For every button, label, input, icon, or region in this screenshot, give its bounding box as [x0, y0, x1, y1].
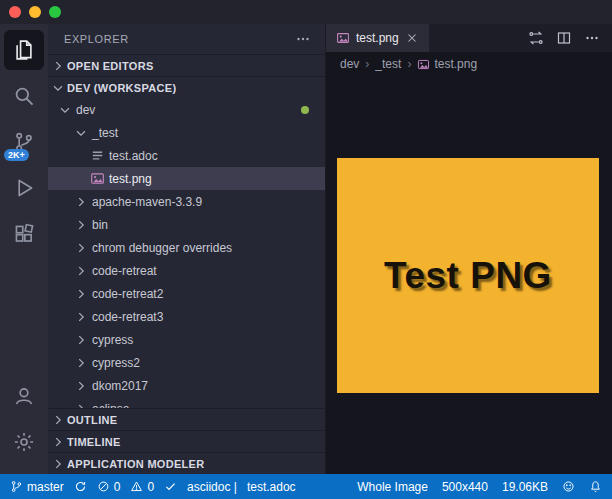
status-git-branch[interactable]: master: [10, 480, 64, 494]
tree-item-label: chrom debugger overrides: [92, 241, 232, 255]
chev-right-icon: [74, 356, 88, 370]
panel-timeline[interactable]: TIMELINE: [48, 430, 325, 452]
activity-source-control[interactable]: 2K+: [4, 122, 44, 162]
tree-item-label: code-retreat2: [92, 287, 163, 301]
breadcrumb-label: _test: [375, 57, 401, 71]
search-icon: [13, 85, 35, 107]
status-language-mode[interactable]: asciidoc |: [187, 480, 237, 494]
status-label: asciidoc |: [187, 480, 237, 494]
file-row[interactable]: test.adoc: [48, 144, 325, 167]
chev-right-icon: [74, 333, 88, 347]
section-workspace[interactable]: DEV (WORKSPACE): [48, 76, 325, 98]
sync-icon: [74, 480, 87, 493]
folder-row[interactable]: dev: [48, 98, 325, 121]
status-notifications[interactable]: [589, 480, 602, 493]
image-icon: [417, 58, 430, 71]
folder-row[interactable]: _test: [48, 121, 325, 144]
folder-row[interactable]: bin: [48, 213, 325, 236]
folder-row[interactable]: code-retreat3: [48, 305, 325, 328]
chev-right-icon: [74, 287, 88, 301]
folder-row[interactable]: code-retreat2: [48, 282, 325, 305]
minimize-window-button[interactable]: [29, 6, 41, 18]
breadcrumb-label: test.png: [434, 57, 477, 71]
status-image-dimensions[interactable]: 500x440: [442, 480, 488, 494]
tab-test-png[interactable]: test.png: [326, 24, 429, 52]
status-label: 19.06KB: [502, 480, 548, 494]
status-errors[interactable]: 0: [97, 480, 121, 494]
status-label: master: [27, 480, 64, 494]
tab-bar: test.png: [326, 24, 612, 52]
close-tab-icon[interactable]: [405, 31, 419, 45]
activity-search[interactable]: [4, 76, 44, 116]
status-label: Whole Image: [357, 480, 428, 494]
section-label: OPEN EDITORS: [67, 60, 154, 72]
more-actions-icon[interactable]: [584, 30, 600, 46]
folder-row[interactable]: chrom debugger overrides: [48, 236, 325, 259]
breadcrumb-separator: ›: [365, 57, 369, 71]
chev-right-icon: [74, 310, 88, 324]
folder-row[interactable]: cypress2: [48, 351, 325, 374]
open-changes-icon[interactable]: [528, 30, 544, 46]
tree-item-label: dkom2017: [92, 379, 148, 393]
status-left: master00asciidoc |test.adoc: [10, 480, 296, 494]
chev-right-icon: [51, 435, 65, 449]
activity-bar: 2K+: [0, 24, 48, 474]
editor-area: test.png dev›_test›test.png Test PNG: [326, 24, 612, 474]
tree-item-label: code-retreat3: [92, 310, 163, 324]
extensions-icon: [13, 223, 35, 245]
folder-row[interactable]: eclipse: [48, 397, 325, 408]
sidebar-title: EXPLORER: [64, 33, 129, 45]
breadcrumb: dev›_test›test.png: [326, 52, 612, 76]
activity-settings[interactable]: [4, 422, 44, 462]
tree-item-label: test.png: [109, 172, 152, 186]
folder-row[interactable]: cypress: [48, 328, 325, 351]
breadcrumb-separator: ›: [407, 57, 411, 71]
chev-right-icon: [74, 379, 88, 393]
preview-text: Test PNG: [384, 255, 552, 297]
close-window-button[interactable]: [9, 6, 21, 18]
status-active-file[interactable]: test.adoc: [247, 480, 296, 494]
breadcrumb-item[interactable]: test.png: [417, 57, 477, 71]
status-image-size[interactable]: 19.06KB: [502, 480, 548, 494]
chev-right-icon: [51, 457, 65, 471]
status-label: 0: [114, 480, 121, 494]
files-icon: [13, 39, 35, 61]
maximize-window-button[interactable]: [49, 6, 61, 18]
section-label: DEV (WORKSPACE): [67, 82, 176, 94]
split-editor-icon[interactable]: [556, 30, 572, 46]
activity-extensions[interactable]: [4, 214, 44, 254]
status-feedback[interactable]: [562, 480, 575, 493]
status-warnings[interactable]: 0: [130, 480, 154, 494]
chev-right-icon: [74, 241, 88, 255]
activity-account[interactable]: [4, 376, 44, 416]
vscode-window: 2K+ EXPLORER OPEN EDITORS DEV (WORKSPACE…: [0, 0, 612, 499]
tree-item-label: dev: [76, 103, 95, 117]
modified-dot: [301, 106, 309, 114]
status-right: Whole Image500x44019.06KB: [357, 480, 602, 494]
activity-run-debug[interactable]: [4, 168, 44, 208]
status-label: 500x440: [442, 480, 488, 494]
warning-icon: [130, 480, 143, 493]
chevron-right-icon: [51, 59, 65, 73]
check-icon: [164, 480, 177, 493]
activity-explorer[interactable]: [4, 30, 44, 70]
file-row[interactable]: test.png: [48, 167, 325, 190]
panel-application-modeler[interactable]: APPLICATION MODELER: [48, 452, 325, 474]
activity-items: 2K+: [4, 30, 44, 260]
badge-count: 2K+: [4, 149, 29, 161]
folder-row[interactable]: apache-maven-3.3.9: [48, 190, 325, 213]
editor-content: Test PNG: [326, 76, 612, 474]
status-sync[interactable]: [74, 480, 87, 493]
status-image-zoom[interactable]: Whole Image: [357, 480, 428, 494]
breadcrumb-item[interactable]: dev: [340, 57, 359, 71]
panel-outline[interactable]: OUTLINE: [48, 408, 325, 430]
folder-row[interactable]: code-retreat: [48, 259, 325, 282]
panel-label: TIMELINE: [67, 436, 121, 448]
breadcrumb-item[interactable]: _test: [375, 57, 401, 71]
status-task-status[interactable]: [164, 480, 177, 493]
section-open-editors[interactable]: OPEN EDITORS: [48, 54, 325, 76]
more-actions-icon[interactable]: [295, 31, 311, 47]
chev-down-icon: [58, 103, 72, 117]
bell-icon: [589, 480, 602, 493]
folder-row[interactable]: dkom2017: [48, 374, 325, 397]
